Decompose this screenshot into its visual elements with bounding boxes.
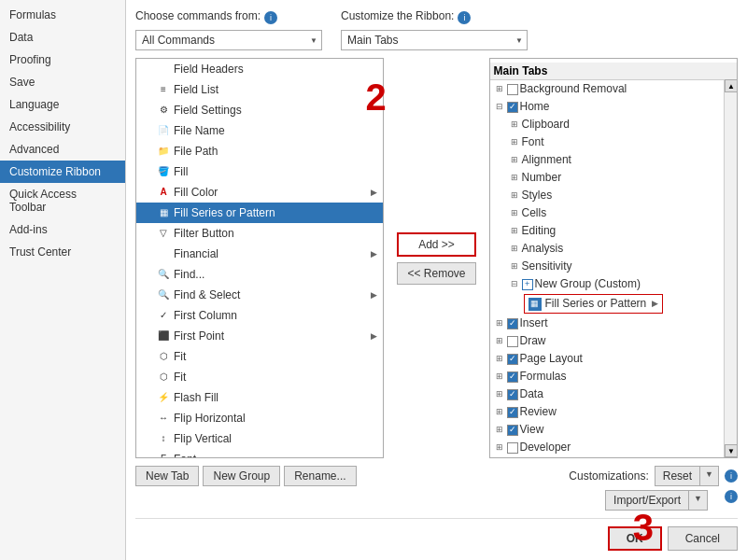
- tree-item-new-group[interactable]: ⊟ + New Group (Custom): [490, 275, 737, 293]
- tree-item-sensitivity[interactable]: ⊞ Sensitivity: [490, 258, 737, 275]
- list-item[interactable]: F Font: [136, 449, 383, 457]
- ribbon-info-icon[interactable]: i: [458, 11, 471, 24]
- list-item[interactable]: ↔ Flip Horizontal: [136, 408, 383, 428]
- commands-list[interactable]: Field Headers ≡ Field List ⚙ Field Setti…: [136, 59, 383, 457]
- reset-split-button[interactable]: Reset ▼: [655, 466, 719, 486]
- expand-icon[interactable]: ⊞: [494, 386, 505, 402]
- checkbox[interactable]: ✓: [507, 389, 518, 400]
- checkbox[interactable]: ✓: [507, 407, 518, 418]
- tree-item-page-layout[interactable]: ⊞ ✓ Page Layout: [490, 350, 737, 368]
- list-item[interactable]: 🔍 Find...: [136, 264, 383, 285]
- scroll-down-button[interactable]: ▼: [725, 444, 738, 457]
- list-item[interactable]: ⬡ Fit: [136, 367, 383, 387]
- expand-icon[interactable]: ⊞: [494, 440, 505, 455]
- list-item[interactable]: 🔍 Find & Select ▶: [136, 285, 383, 305]
- expand-icon[interactable]: ⊞: [494, 315, 505, 331]
- tree-item-bg-removal[interactable]: ⊞ Background Removal: [490, 80, 737, 98]
- list-item[interactable]: 🪣 Fill: [136, 161, 383, 182]
- list-item[interactable]: ⚡ Flash Fill: [136, 387, 383, 408]
- list-item[interactable]: Financial ▶: [136, 244, 383, 264]
- import-export-arrow[interactable]: ▼: [688, 491, 707, 510]
- tree-item-data[interactable]: ⊞ ✓ Data: [490, 385, 737, 403]
- expand-icon[interactable]: ⊞: [494, 351, 505, 367]
- rename-button[interactable]: Rename...: [284, 466, 356, 486]
- expand-icon[interactable]: ⊞: [509, 117, 520, 133]
- list-item[interactable]: A Fill Color ▶: [136, 182, 383, 203]
- list-item[interactable]: Field Headers: [136, 59, 383, 79]
- checkbox[interactable]: ✓: [507, 102, 518, 113]
- ok-button[interactable]: OK: [608, 526, 662, 551]
- list-item-fill-series[interactable]: ▦ Fill Series or Pattern 1: [136, 203, 383, 223]
- tree-item-styles[interactable]: ⊞ Styles: [490, 187, 737, 204]
- list-item[interactable]: ▽ Filter Button: [136, 223, 383, 244]
- tree-item-insert[interactable]: ⊞ ✓ Insert: [490, 315, 737, 332]
- sidebar-item-language[interactable]: Language: [0, 93, 125, 116]
- checkbox[interactable]: ✓: [507, 354, 518, 365]
- list-item[interactable]: ↕ Flip Vertical: [136, 428, 383, 449]
- checkbox[interactable]: [507, 336, 518, 347]
- tree-item-cells[interactable]: ⊞ Cells: [490, 204, 737, 222]
- expand-icon[interactable]: ⊞: [494, 369, 505, 385]
- commands-info-icon[interactable]: i: [264, 11, 277, 24]
- import-export-label[interactable]: Import/Export: [606, 491, 688, 510]
- list-item[interactable]: 📄 File Name: [136, 120, 383, 141]
- expand-icon[interactable]: ⊞: [509, 205, 520, 221]
- checkbox[interactable]: [507, 442, 518, 454]
- list-item[interactable]: ⬛ First Point ▶: [136, 326, 383, 346]
- sidebar-item-trust-center[interactable]: Trust Center: [0, 241, 125, 263]
- list-item[interactable]: ⬡ Fit: [136, 346, 383, 367]
- tree-item-number[interactable]: ⊞ Number: [490, 169, 737, 187]
- tree-item-developer[interactable]: ⊞ Developer: [490, 439, 737, 456]
- reset-button-label[interactable]: Reset: [655, 467, 699, 485]
- ribbon-dropdown-wrap[interactable]: Main Tabs Tool Tabs All Tabs: [341, 30, 528, 50]
- tree-item-draw[interactable]: ⊞ Draw: [490, 332, 737, 350]
- sidebar-item-data[interactable]: Data: [0, 26, 125, 49]
- expand-icon[interactable]: ⊞: [509, 134, 520, 150]
- sidebar-item-customize-ribbon[interactable]: Customize Ribbon: [0, 161, 125, 183]
- tree-item-home[interactable]: ⊟ ✓ Home: [490, 98, 737, 116]
- new-tab-button[interactable]: New Tab: [135, 466, 199, 486]
- fill-series-item[interactable]: ▦ Fill Series or Pattern ▶: [524, 294, 664, 314]
- expand-icon[interactable]: ⊞: [494, 81, 505, 97]
- expand-icon[interactable]: ⊞: [509, 152, 520, 168]
- sidebar-item-formulas[interactable]: Formulas: [0, 4, 125, 26]
- tree-item-review[interactable]: ⊞ ✓ Review: [490, 403, 737, 421]
- right-scrollbar[interactable]: ▲ ▼: [724, 79, 737, 457]
- checkbox[interactable]: ✓: [507, 318, 518, 329]
- commands-dropdown-wrap[interactable]: All Commands Main Tabs Tool Tabs: [135, 30, 322, 50]
- list-item[interactable]: ≡ Field List: [136, 79, 383, 100]
- sidebar-item-quick-access[interactable]: Quick Access Toolbar: [0, 183, 125, 218]
- ribbon-dropdown[interactable]: Main Tabs Tool Tabs All Tabs: [341, 30, 528, 50]
- tree-item-editing[interactable]: ⊞ Editing: [490, 222, 737, 240]
- sidebar-item-save[interactable]: Save: [0, 71, 125, 93]
- cancel-button[interactable]: Cancel: [668, 526, 738, 551]
- expand-icon[interactable]: ⊞: [509, 188, 520, 203]
- tree-item-formulas[interactable]: ⊞ ✓ Formulas: [490, 368, 737, 385]
- new-group-button[interactable]: New Group: [203, 466, 280, 486]
- tree-item-font[interactable]: ⊞ Font: [490, 133, 737, 151]
- expand-icon[interactable]: ⊞: [509, 259, 520, 274]
- reset-info-icon[interactable]: i: [725, 469, 738, 483]
- tree-item-alignment[interactable]: ⊞ Alignment: [490, 151, 737, 169]
- expand-icon[interactable]: ⊞: [509, 170, 520, 186]
- reset-dropdown-arrow[interactable]: ▼: [699, 467, 718, 485]
- expand-icon[interactable]: ⊟: [494, 99, 505, 115]
- list-item[interactable]: 📁 File Path: [136, 141, 383, 161]
- sidebar-item-advanced[interactable]: Advanced: [0, 138, 125, 161]
- commands-dropdown[interactable]: All Commands Main Tabs Tool Tabs: [135, 30, 322, 50]
- checkbox[interactable]: ✓: [507, 371, 518, 383]
- import-export-split-button[interactable]: Import/Export ▼: [605, 490, 708, 511]
- list-item[interactable]: ⚙ Field Settings: [136, 100, 383, 120]
- import-export-info-icon[interactable]: i: [725, 490, 738, 503]
- checkbox[interactable]: [507, 84, 518, 95]
- list-item[interactable]: ✓ First Column: [136, 305, 383, 326]
- sidebar-item-proofing[interactable]: Proofing: [0, 49, 125, 71]
- tree-item-analysis[interactable]: ⊞ Analysis: [490, 240, 737, 258]
- expand-icon[interactable]: ⊞: [494, 404, 505, 420]
- ribbon-tree[interactable]: Main Tabs ⊞ Background Removal ⊟ ✓ Home …: [490, 59, 737, 457]
- tree-item-fill-series[interactable]: ▦ Fill Series or Pattern ▶: [490, 293, 737, 315]
- sidebar-item-addins[interactable]: Add-ins: [0, 218, 125, 241]
- expand-icon[interactable]: ⊟: [509, 276, 520, 292]
- add-button[interactable]: Add >>: [397, 232, 475, 257]
- scroll-up-button[interactable]: ▲: [725, 79, 738, 92]
